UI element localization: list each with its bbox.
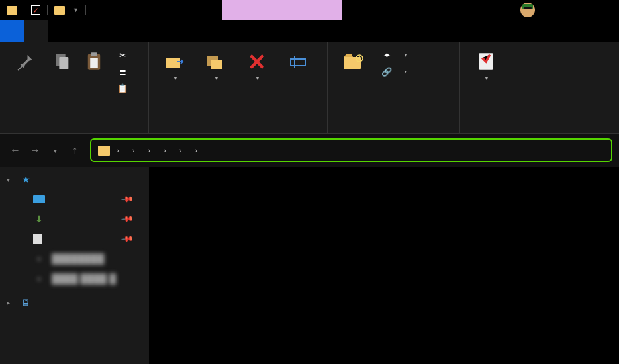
home-tab[interactable] [24, 20, 48, 42]
file-list [149, 167, 619, 364]
paste-shortcut-button[interactable]: 📋 [113, 82, 138, 95]
chevron-right-icon[interactable]: › [115, 146, 120, 154]
share-tab[interactable] [48, 20, 71, 42]
paste-icon [83, 50, 105, 73]
delete-icon [246, 50, 268, 73]
copy-to-button[interactable]: ▼ [195, 45, 236, 82]
move-to-button[interactable]: ▼ [154, 45, 195, 82]
ribbon-group-organize: ▼ ▼ ▼ [149, 42, 328, 133]
ribbon-group-new: ✦▾ 🔗▾ [328, 42, 460, 133]
monitor-icon: 🖥 [20, 297, 32, 308]
svg-rect-2 [524, 7, 532, 9]
group-label [0, 130, 148, 133]
content-area: ▾ ★ 📌 ⬇ 📌 📌 ▪████████ ▪████ ████ █ ▸ 🖥 [0, 167, 619, 364]
chevron-right-icon[interactable]: › [162, 146, 167, 154]
delete-button[interactable]: ▼ [236, 45, 277, 82]
copy-button[interactable] [46, 45, 78, 75]
chevron-right-icon[interactable]: › [178, 146, 183, 154]
pin-to-quick-access-button[interactable] [5, 45, 46, 75]
up-button[interactable]: ↑ [66, 142, 83, 159]
chevron-right-icon[interactable]: › [193, 146, 199, 154]
group-label [460, 130, 619, 133]
shortcut-icon: 📋 [117, 83, 128, 93]
svg-rect-11 [291, 59, 305, 66]
chevron-right-icon[interactable]: › [131, 146, 136, 154]
newfolder-icon [342, 50, 365, 73]
copy-icon [51, 50, 73, 73]
moveto-icon [164, 50, 186, 73]
title-bar: ✓ ▼ [0, 0, 619, 20]
recent-dropdown-icon[interactable]: ▾ [46, 142, 64, 159]
scissors-icon: ✂ [117, 50, 128, 60]
easy-access-button[interactable]: 🔗▾ [377, 66, 411, 78]
newitem-icon: ✦ [381, 50, 393, 60]
svg-rect-4 [59, 57, 68, 69]
back-button[interactable]: ← [7, 142, 24, 159]
qat-dropdown-icon[interactable]: ▼ [73, 7, 79, 13]
rename-button[interactable] [277, 45, 318, 75]
quick-access-toolbar: ✓ ▼ [0, 5, 87, 15]
cut-button[interactable]: ✂ [113, 49, 138, 62]
copyto-icon [205, 50, 227, 73]
svg-rect-7 [90, 58, 98, 68]
view-tab[interactable] [71, 20, 95, 42]
easyaccess-icon: 🔗 [381, 67, 393, 77]
pin-icon [15, 50, 37, 73]
documents-icon [33, 234, 42, 244]
user-avatar-icon[interactable] [516, 1, 540, 19]
sidebar-item-documents[interactable]: 📌 [0, 229, 149, 249]
new-folder-button[interactable] [333, 45, 374, 75]
ribbon: ✂ ≣ 📋 ▼ ▼ ▼ [0, 42, 619, 134]
file-tab[interactable] [0, 20, 24, 42]
rename-icon [287, 50, 309, 73]
sidebar-item-thispc[interactable]: ▸ 🖥 [0, 293, 149, 312]
folder-icon[interactable] [7, 6, 17, 15]
chevron-down-icon[interactable]: ▾ [7, 176, 10, 183]
chevron-right-icon[interactable]: › [146, 146, 152, 154]
star-icon: ★ [20, 174, 32, 185]
group-label [328, 130, 459, 133]
properties-qat-icon[interactable]: ✓ [31, 5, 40, 15]
pin-icon: 📌 [120, 193, 134, 206]
column-headers [149, 167, 619, 185]
paste-button[interactable] [78, 45, 110, 75]
newfolder-qat-icon[interactable] [54, 6, 65, 15]
new-item-button[interactable]: ✦▾ [377, 49, 411, 62]
forward-button[interactable]: → [26, 142, 44, 159]
ribbon-group-clipboard: ✂ ≣ 📋 [0, 42, 149, 133]
pin-icon: 📌 [120, 212, 134, 226]
address-bar[interactable]: › › › › › › [90, 138, 612, 162]
nav-bar: ← → ▾ ↑ › › › › › › [0, 134, 619, 167]
svg-rect-8 [166, 58, 180, 68]
properties-icon [475, 50, 497, 73]
menu-bar [0, 20, 619, 42]
sidebar-item-blurred[interactable]: ▪████████ [0, 249, 149, 269]
navigation-pane: ▾ ★ 📌 ⬇ 📌 📌 ▪████████ ▪████ ████ █ ▸ 🖥 [0, 167, 149, 364]
path-icon: ≣ [117, 67, 128, 77]
group-label [149, 130, 327, 133]
context-tab-manage[interactable] [222, 0, 342, 20]
chevron-right-icon[interactable]: ▸ [7, 299, 10, 306]
ribbon-group-open: ▼ [460, 42, 619, 133]
sidebar-item-desktop[interactable]: 📌 [0, 189, 149, 209]
sidebar-item-downloads[interactable]: ⬇ 📌 [0, 209, 149, 229]
downloads-icon: ⬇ [33, 214, 45, 224]
properties-button[interactable]: ▼ [465, 45, 506, 82]
sidebar-item-quickaccess[interactable]: ▾ ★ [0, 169, 149, 189]
svg-rect-6 [91, 52, 97, 56]
folder-icon [98, 146, 110, 156]
pin-icon: 📌 [120, 232, 134, 246]
svg-rect-10 [211, 60, 222, 69]
svg-rect-12 [294, 56, 295, 68]
copy-path-button[interactable]: ≣ [113, 66, 138, 78]
sidebar-item-blurred[interactable]: ▪████ ████ █ [0, 269, 149, 289]
desktop-icon [33, 195, 45, 203]
